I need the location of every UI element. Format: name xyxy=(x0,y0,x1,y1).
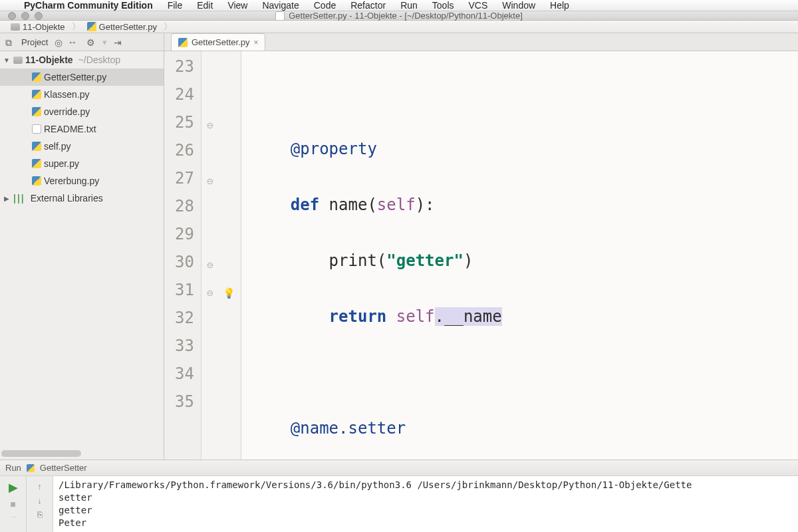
tree-item-label: override.py xyxy=(44,106,90,117)
fold-icon[interactable] xyxy=(207,166,216,175)
export-icon[interactable]: ⎘ xyxy=(37,509,43,519)
menu-run[interactable]: Run xyxy=(400,0,418,11)
minimize-window-button[interactable] xyxy=(21,12,29,20)
console-line: Peter xyxy=(59,517,86,528)
menu-window[interactable]: Window xyxy=(502,0,535,11)
tree-item[interactable]: README.txt xyxy=(0,120,164,138)
file-icon xyxy=(275,11,285,21)
line-number-gutter: 2324252627 2829303132 333435 xyxy=(164,51,201,460)
tree-item[interactable]: override.py xyxy=(0,103,164,120)
tree-item-label: Vererbung.py xyxy=(44,176,99,186)
tree-item[interactable]: super.py xyxy=(0,155,164,172)
libraries-icon xyxy=(13,193,25,203)
scroll-from-source-icon[interactable] xyxy=(55,37,64,47)
window-title: GetterSetter.py - 11-Objekte - [~/Deskto… xyxy=(289,11,523,21)
console-line: setter xyxy=(59,492,92,503)
run-tool-window: Run GetterSetter ▶ ■ ⋯ ↑ ↓ ⎘ /Library/Fr… xyxy=(0,460,798,532)
tree-item-label: GetterSetter.py xyxy=(44,72,106,82)
menu-code[interactable]: Code xyxy=(314,0,336,11)
text-file-icon xyxy=(32,124,41,134)
python-file-icon xyxy=(87,22,96,31)
collapse-all-icon[interactable] xyxy=(70,37,80,47)
menu-view[interactable]: View xyxy=(227,0,247,11)
hide-icon[interactable] xyxy=(114,37,123,47)
tree-root[interactable]: ▼ 11-Objekte ~/Desktop xyxy=(0,51,164,68)
code-editor[interactable]: 2324252627 2829303132 333435 @property d… xyxy=(164,51,798,460)
gear-icon[interactable] xyxy=(86,37,96,47)
stop-button[interactable]: ■ xyxy=(10,499,15,509)
chevron-right-icon: 〉 xyxy=(164,21,172,33)
project-toolbar: Project ▾ xyxy=(0,33,164,51)
intention-bulb-icon[interactable] xyxy=(223,277,233,288)
python-file-icon xyxy=(32,90,41,99)
breadcrumb-file[interactable]: GetterSetter.py xyxy=(83,22,161,32)
run-header[interactable]: Run GetterSetter xyxy=(0,460,798,476)
up-icon[interactable]: ↑ xyxy=(37,481,42,491)
tree-item[interactable]: GetterSetter.py xyxy=(0,68,164,86)
app-name[interactable]: PyCharm Community Edition xyxy=(24,0,153,11)
project-label[interactable]: Project xyxy=(21,37,48,47)
python-file-icon xyxy=(27,464,35,472)
tree-root-name: 11-Objekte xyxy=(25,55,73,65)
tree-item[interactable]: Klassen.py xyxy=(0,86,164,103)
tree-item-label: self.py xyxy=(44,141,70,152)
python-file-icon xyxy=(32,107,41,116)
project-view-icon[interactable] xyxy=(5,37,15,47)
console-line: getter xyxy=(59,505,92,515)
editor-tab[interactable]: GetterSetter.py × xyxy=(171,33,265,51)
breadcrumb-folder-label: 11-Objekte xyxy=(23,22,65,32)
tree-item-label: super.py xyxy=(44,158,79,169)
run-toolbar: ▶ ■ ⋯ xyxy=(0,476,27,532)
code-area[interactable]: @property def name(self): print("getter"… xyxy=(241,51,798,460)
project-tree[interactable]: ▼ 11-Objekte ~/Desktop GetterSetter.py K… xyxy=(0,51,164,460)
python-file-icon xyxy=(32,176,41,186)
breadcrumb: 11-Objekte 〉 GetterSetter.py 〉 xyxy=(0,21,798,33)
chevron-right-icon[interactable]: ▶ xyxy=(3,195,11,202)
menu-vcs[interactable]: VCS xyxy=(469,0,488,11)
folder-icon xyxy=(13,57,23,64)
python-file-icon xyxy=(32,142,41,151)
tool-row: Project ▾ GetterSetter.py × xyxy=(0,33,798,51)
zoom-window-button[interactable] xyxy=(35,12,43,20)
menu-navigate[interactable]: Navigate xyxy=(262,0,299,11)
python-file-icon xyxy=(32,159,41,168)
traffic-lights xyxy=(0,12,43,20)
console-cmd: /Library/Frameworks/Python.framework/Ver… xyxy=(59,479,692,490)
menu-file[interactable]: File xyxy=(168,0,183,11)
fold-icon[interactable] xyxy=(207,277,216,287)
fold-icon[interactable] xyxy=(207,249,216,259)
menu-help[interactable]: Help xyxy=(550,0,569,11)
tree-item-label: README.txt xyxy=(44,124,96,134)
window-titlebar: GetterSetter.py - 11-Objekte - [~/Deskto… xyxy=(0,11,798,21)
tree-root-path: ~/Desktop xyxy=(78,55,120,65)
chevron-down-icon[interactable]: ▼ xyxy=(3,57,11,64)
gutter-icons xyxy=(201,51,241,460)
tree-item-label: External Libraries xyxy=(31,193,103,203)
run-label: Run xyxy=(5,463,21,473)
tree-external-libraries[interactable]: ▶ External Libraries xyxy=(0,190,164,207)
tree-item[interactable]: self.py xyxy=(0,138,164,155)
breadcrumb-file-label: GetterSetter.py xyxy=(99,22,157,32)
editor-tab-label: GetterSetter.py xyxy=(192,37,249,47)
menu-refactor[interactable]: Refactor xyxy=(350,0,386,11)
menu-edit[interactable]: Edit xyxy=(197,0,213,11)
scrollbar[interactable] xyxy=(1,450,162,458)
folder-icon xyxy=(11,23,20,31)
editor-tabs: GetterSetter.py × xyxy=(164,33,265,51)
python-file-icon xyxy=(32,72,41,82)
fold-icon[interactable] xyxy=(207,110,216,119)
close-tab-icon[interactable]: × xyxy=(253,38,258,47)
chevron-right-icon: 〉 xyxy=(72,21,80,33)
close-window-button[interactable] xyxy=(8,12,16,20)
decorator: @property xyxy=(291,140,377,158)
down-icon[interactable]: ↓ xyxy=(37,495,42,505)
tree-item[interactable]: Vererbung.py xyxy=(0,172,164,190)
menu-tools[interactable]: Tools xyxy=(432,0,454,11)
more-button[interactable]: ⋯ xyxy=(10,513,17,521)
run-step-toolbar: ↑ ↓ ⎘ xyxy=(27,476,53,532)
tree-item-label: Klassen.py xyxy=(44,89,89,100)
breadcrumb-folder[interactable]: 11-Objekte xyxy=(7,22,69,32)
console-output[interactable]: /Library/Frameworks/Python.framework/Ver… xyxy=(53,476,798,532)
run-config-name: GetterSetter xyxy=(40,463,87,473)
rerun-button[interactable]: ▶ xyxy=(9,480,18,495)
